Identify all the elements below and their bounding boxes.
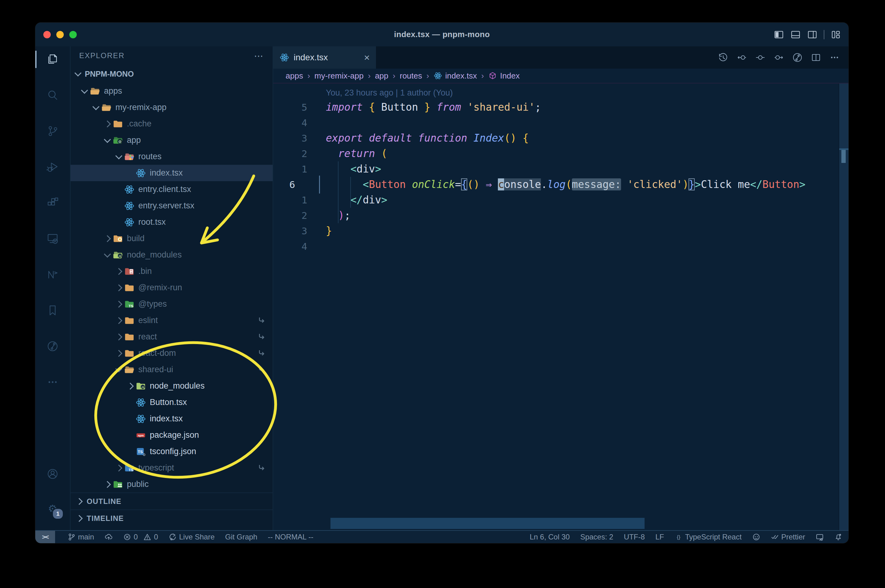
breadcrumb-index[interactable]: Index [488, 71, 520, 81]
line-number: 1 [273, 192, 326, 208]
tree-item--remix-run[interactable]: @remix-run [71, 279, 272, 296]
status-language-mode[interactable]: {}TypeScript React [674, 532, 742, 542]
code-line[interactable]: 2 return ( [273, 146, 849, 161]
explorer-more-actions-icon[interactable]: ⋯ [254, 50, 264, 61]
activity-explorer-icon[interactable] [45, 52, 60, 67]
status-github[interactable] [752, 533, 760, 541]
workspace-section-header[interactable]: PNPM-MONO [71, 65, 272, 83]
customize-layout-icon[interactable] [831, 29, 841, 40]
tree-item-entry-server-tsx[interactable]: entry.server.tsx [71, 198, 272, 214]
activity-git-graph-icon[interactable] [45, 339, 60, 354]
toggle-panel-icon[interactable] [790, 29, 801, 40]
nav-current-icon[interactable] [755, 52, 766, 63]
tree-item-package-json[interactable]: npmpackage.json [71, 427, 272, 443]
code-text: import { Button } from 'shared-ui'; [326, 99, 541, 115]
status-sync[interactable] [105, 533, 113, 541]
activity-settings-icon[interactable]: ⚙1 [45, 502, 60, 517]
activity-remote-explorer-icon[interactable] [45, 231, 60, 246]
timeline-history-icon[interactable] [718, 52, 728, 63]
remote-indicator[interactable]: >< [35, 531, 55, 543]
tree-item-index-tsx[interactable]: index.tsx [71, 165, 272, 181]
code-line[interactable]: 4 [273, 238, 849, 254]
tree-item-tsconfig-json[interactable]: TS⚙tsconfig.json [71, 443, 272, 460]
chevron-right-icon [76, 515, 83, 522]
tree-item-shared-ui[interactable]: shared-ui [71, 362, 272, 378]
status-branch[interactable]: main [68, 532, 94, 542]
code-line[interactable]: 6 <Button onClick={() ⇒ console.log(mess… [273, 177, 849, 192]
code-line[interactable]: 1 <div> [273, 161, 849, 177]
tree-item--bin[interactable]: 0110.bin [71, 263, 272, 279]
tab-index-tsx[interactable]: index.tsx × [273, 46, 376, 69]
tree-item-label: node_modules [127, 250, 182, 260]
status-live-share[interactable]: Live Share [169, 532, 215, 542]
tree-item-node-modules[interactable]: JSnode_modules [71, 378, 272, 394]
f-build-icon [113, 233, 123, 244]
tree-item-eslint[interactable]: eslint [71, 312, 272, 328]
status-encoding[interactable]: UTF-8 [624, 532, 645, 542]
code-line[interactable]: 3} [273, 223, 849, 238]
breadcrumb-apps[interactable]: apps [286, 71, 303, 81]
toggle-primary-sidebar-icon[interactable] [774, 29, 784, 40]
tree-item-button-tsx[interactable]: Button.tsx [71, 394, 272, 411]
status-vim-mode[interactable]: -- NORMAL -- [268, 532, 313, 542]
outline-label: OUTLINE [87, 497, 121, 506]
tree-item-my-remix-app[interactable]: my-remix-app [71, 99, 272, 116]
close-window-button[interactable] [43, 31, 51, 38]
tree-item-node-modules[interactable]: JSnode_modules [71, 247, 272, 263]
tree-item-react-dom[interactable]: react-dom [71, 345, 272, 362]
status-prettier[interactable]: Prettier [771, 532, 805, 542]
chevron-right-icon [104, 235, 111, 242]
activity-more-icon[interactable] [45, 375, 60, 390]
status-notifications[interactable] [834, 533, 842, 541]
breadcrumb-index-tsx[interactable]: index.tsx [433, 71, 477, 81]
activity-extensions-icon[interactable] [45, 195, 60, 210]
code-line[interactable]: 3export default function Index() { [273, 130, 849, 146]
breadcrumb-routes[interactable]: routes [400, 71, 422, 81]
code-editor[interactable]: You, 23 hours ago | 1 author (You) 5impo… [273, 84, 849, 530]
code-line[interactable]: 2 ); [273, 208, 849, 223]
tree-item-routes[interactable]: routes [71, 148, 272, 165]
status-eol[interactable]: LF [655, 532, 664, 542]
more-actions-icon[interactable] [829, 52, 840, 63]
horizontal-scrollbar[interactable] [331, 518, 644, 529]
close-tab-icon[interactable]: × [364, 52, 370, 63]
tree-item-build[interactable]: build [71, 230, 272, 247]
tree-item-typescript[interactable]: TStypescript [71, 460, 272, 476]
tree-item-apps[interactable]: apps [71, 83, 272, 99]
status-live-share-contact[interactable] [816, 533, 824, 541]
toggle-secondary-sidebar-icon[interactable] [807, 29, 817, 40]
tree-item-public[interactable]: public [71, 476, 272, 492]
breadcrumb-app[interactable]: app [375, 71, 388, 81]
breadcrumb-my-remix-app[interactable]: my-remix-app [315, 71, 364, 81]
tree-item-react[interactable]: react [71, 328, 272, 345]
nav-back-icon[interactable] [736, 52, 747, 63]
activity-source-control-icon[interactable] [45, 124, 60, 138]
timeline-section[interactable]: TIMELINE [71, 510, 272, 526]
code-line[interactable]: 4 [273, 115, 849, 130]
status-cursor-position[interactable]: Ln 6, Col 30 [530, 532, 570, 542]
f-icon [113, 119, 123, 129]
tree-item-app[interactable]: ⚙app [71, 132, 272, 148]
status-problems[interactable]: 00 [123, 532, 158, 542]
activity-run-debug-icon[interactable] [45, 159, 60, 174]
status-git-graph[interactable]: Git Graph [225, 532, 257, 542]
activity-search-icon[interactable] [45, 88, 60, 103]
nav-forward-icon[interactable] [774, 52, 784, 63]
vertical-scrollbar[interactable] [838, 84, 849, 530]
activity-account-icon[interactable] [45, 466, 60, 482]
minimize-window-button[interactable] [56, 31, 64, 38]
tree-item-entry-client-tsx[interactable]: entry.client.tsx [71, 181, 272, 198]
git-branch-circle-icon[interactable] [792, 52, 803, 63]
code-line[interactable]: 1 </div> [273, 192, 849, 208]
activity-bookmarks-icon[interactable] [45, 303, 60, 318]
status-indentation[interactable]: Spaces: 2 [580, 532, 613, 542]
tree-item--types[interactable]: TS@types [71, 296, 272, 312]
tree-item-root-tsx[interactable]: root.tsx [71, 214, 272, 230]
activity-nx-console-icon[interactable] [45, 267, 60, 282]
tree-item--cache[interactable]: .cache [71, 116, 272, 132]
zoom-window-button[interactable] [69, 31, 77, 38]
split-editor-icon[interactable] [811, 52, 821, 63]
tree-item-index-tsx[interactable]: index.tsx [71, 411, 272, 427]
outline-section[interactable]: OUTLINE [71, 492, 272, 510]
code-line[interactable]: 5import { Button } from 'shared-ui'; [273, 99, 849, 115]
